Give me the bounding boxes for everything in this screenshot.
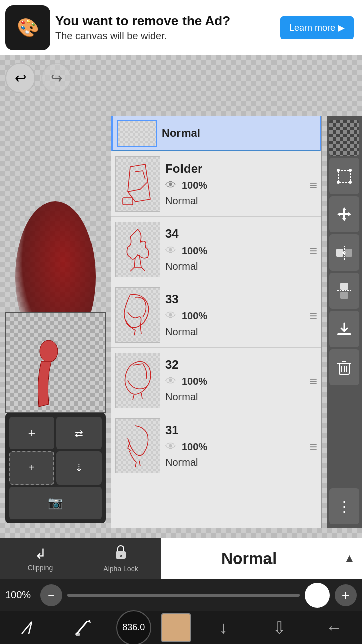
layer-thumb-33 [115,287,160,343]
mini-toolbar: + ⇄ + ⇣ 📷 [5,413,106,523]
folder-sketch [120,162,155,207]
folder-name: Folder [165,162,317,176]
svg-rect-7 [345,249,352,257]
layer-32-handle-icon[interactable]: ≡ [310,374,317,389]
alpha-lock-label: Alpha Lock [103,565,138,573]
brush-size-indicator[interactable]: 836.0 [116,610,151,645]
layer-item-31[interactable]: 31 👁 100% ≡ Normal [111,413,321,478]
right-icons-panel: ⋮ [327,116,362,528]
folder-controls: 👁 100% ≡ [165,178,317,193]
clipping-button[interactable]: ↲ Clipping [0,538,80,579]
svg-rect-11 [340,283,348,290]
select-tool-button[interactable] [5,613,50,643]
flip-v-button[interactable] [329,273,359,309]
download-icon [335,320,353,338]
layer-32-name: 32 [165,358,317,372]
ad-logo: 🎨 [5,5,50,50]
layer-34-opacity: 100% [182,245,207,257]
layer-info-folder: Folder 👁 100% ≡ Normal [160,162,317,207]
ad-logo-icon: 🎨 [17,17,39,38]
select-transform-button[interactable] [329,158,359,194]
back-button[interactable]: ← [312,613,357,643]
folder-opacity: 100% [182,180,207,191]
layer-32-eye-icon[interactable]: 👁 [165,375,176,388]
zoom-in-button[interactable]: + [335,584,357,606]
layer-31-handle-icon[interactable]: ≡ [310,439,317,455]
blend-mode-button[interactable]: Normal [161,538,337,579]
svg-rect-1 [338,170,350,182]
lock-icon: α [113,545,128,560]
layer-31-blend: Normal [165,457,317,468]
layer-33-controls: 👁 100% ≡ [165,308,317,324]
bottom-controls-bar: ↲ Clipping α Alpha Lock Normal ▲ [0,538,362,579]
clipping-label: Clipping [28,564,53,572]
layer-item-32[interactable]: 32 👁 100% ≡ Normal [111,348,321,413]
down-arrow-icon: ↓ [219,618,228,637]
down-arrow-button[interactable]: ↓ [201,613,246,643]
clipping-icon: ↲ [35,546,46,562]
svg-rect-12 [340,292,348,299]
move-icon [335,205,353,223]
layer-34-blend: Normal [165,261,317,272]
svg-point-5 [349,181,352,184]
camera-button[interactable]: 📷 [9,487,102,519]
download-button[interactable] [329,311,359,347]
color-swatch[interactable] [161,613,191,642]
layer-item-33[interactable]: 33 👁 100% ≡ Normal [111,282,321,348]
layer-32-blend: Normal [165,391,317,403]
layer-31-sketch [120,423,155,468]
layer-34-handle-icon[interactable]: ≡ [310,243,317,259]
svg-point-3 [349,169,352,172]
flip-button[interactable]: ⇄ [56,417,102,449]
redo-button[interactable]: ↪ [41,63,71,93]
zoom-out-button[interactable]: − [40,584,62,606]
zoom-slider-track[interactable] [67,594,300,597]
trash-button[interactable] [329,349,359,385]
layer-34-controls: 👁 100% ≡ [165,243,317,259]
brush-tool-button[interactable] [60,613,106,643]
folder-handle-icon[interactable]: ≡ [310,178,317,193]
layer-34-eye-icon[interactable]: 👁 [165,244,176,257]
layer-item-top-selected[interactable]: Normal [111,116,321,151]
zoom-circle-handle[interactable] [305,583,330,608]
folder-eye-icon[interactable]: 👁 [165,179,176,192]
layer-thumb-34 [115,222,160,277]
ad-text: You want to remove the Ad? The canvas wi… [55,13,280,41]
merge-button[interactable]: ⇣ [56,451,102,484]
layer-info-32: 32 👁 100% ≡ Normal [160,358,317,403]
svg-text:α: α [120,553,122,558]
character-preview [21,336,71,407]
svg-rect-0 [123,198,133,205]
ad-subtitle: The canvas will be wider. [55,30,280,42]
more-options-button[interactable]: ⋮ [329,488,359,524]
layer-thumb-32 [115,353,160,408]
preview-thumbnail [5,312,106,413]
add-layer-button[interactable]: + [9,417,54,449]
layer-32-controls: 👁 100% ≡ [165,374,317,389]
blend-mode-arrow[interactable]: ▲ [337,538,362,579]
alpha-lock-button[interactable]: α Alpha Lock [80,538,161,579]
zoom-bar: 100% − + [0,579,362,611]
undo-button[interactable]: ↩ [5,63,35,93]
layer-31-eye-icon[interactable]: 👁 [165,440,176,453]
layer-info-31: 31 👁 100% ≡ Normal [160,423,317,468]
layer-34-name: 34 [165,227,317,241]
layer-33-handle-icon[interactable]: ≡ [310,308,317,324]
layers-panel: Normal Folder 👁 100% ≡ Normal [111,116,322,528]
bottom-toolbar: 836.0 ↓ ⇩ ← [0,611,362,644]
ad-banner: 🎨 You want to remove the Ad? The canvas … [0,0,362,55]
flip-h-button[interactable] [329,234,359,271]
layer-33-eye-icon[interactable]: 👁 [165,309,176,323]
layer-31-opacity: 100% [182,441,207,453]
layer-33-blend: Normal [165,326,317,338]
svg-rect-14 [337,333,351,335]
layer-item-folder[interactable]: Folder 👁 100% ≡ Normal [111,151,321,217]
layer-thumb-folder [115,156,160,212]
ad-cta-button[interactable]: Learn more ▶ [280,16,354,39]
layer-item-34[interactable]: 34 👁 100% ≡ Normal [111,217,321,282]
checker-button[interactable] [329,120,359,156]
add-clipping-button[interactable]: + [9,451,54,484]
flip-v-icon [335,282,353,300]
move-button[interactable] [329,196,359,232]
down2-arrow-button[interactable]: ⇩ [256,613,302,643]
